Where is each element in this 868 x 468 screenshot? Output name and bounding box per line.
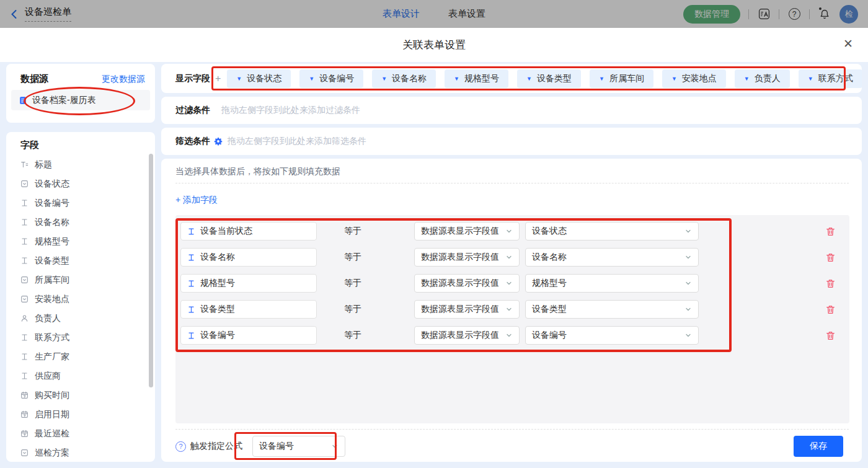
filter-dropzone-placeholder[interactable]: 拖动左侧字段到此处来添加过滤条件 — [221, 105, 360, 116]
rule-value-select[interactable]: 规格型号 — [525, 274, 699, 293]
delete-rule-button[interactable] — [825, 330, 836, 341]
rule-target-field[interactable]: 设备编号 — [180, 326, 317, 345]
field-list-item[interactable]: 购买时间 — [6, 386, 155, 405]
filter-conditions-panel: 过滤条件 拖动左侧字段到此处来添加过滤条件 — [161, 97, 862, 124]
field-list-item-label: 设备名称 — [35, 217, 69, 228]
rule-target-field[interactable]: 设备当前状态 — [180, 222, 317, 241]
delete-rule-button[interactable] — [825, 278, 836, 289]
rule-source-select[interactable]: 数据源表显示字段值 — [414, 248, 520, 267]
rule-source-select-value: 数据源表显示字段值 — [421, 252, 499, 263]
delete-rule-button[interactable] — [825, 226, 836, 237]
rule-target-field[interactable]: 设备类型 — [180, 300, 317, 319]
rule-target-field[interactable]: 设备名称 — [180, 248, 317, 267]
field-list-item[interactable]: 设备名称 — [6, 213, 155, 232]
language-icon[interactable] — [757, 7, 771, 21]
rule-source-select-value: 数据源表显示字段值 — [421, 304, 499, 315]
close-icon[interactable]: ✕ — [843, 38, 853, 50]
field-list-item-label: 购买时间 — [35, 390, 69, 401]
display-field-chip[interactable]: ▼ 设备编号 — [299, 69, 363, 88]
field-list-item-label: 安装地点 — [35, 294, 69, 305]
change-datasource-link[interactable]: 更改数据源 — [102, 74, 145, 85]
equals-label: 等于 — [344, 226, 381, 237]
add-display-field-button[interactable]: + — [215, 73, 221, 84]
rule-value-select-value: 设备名称 — [532, 252, 567, 263]
text-input-icon — [20, 237, 29, 245]
field-list-item[interactable]: 生产厂家 — [6, 347, 155, 366]
chevron-down-icon — [505, 254, 513, 261]
select-icon — [20, 276, 29, 284]
save-button[interactable]: 保存 — [794, 436, 843, 457]
rule-source-select[interactable]: 数据源表显示字段值 — [414, 274, 520, 293]
field-list-item[interactable]: 巡检方案 — [6, 443, 155, 462]
field-list-item[interactable]: 设备类型 — [6, 251, 155, 270]
data-manage-button[interactable]: 数据管理 — [683, 5, 740, 24]
bell-icon[interactable] — [818, 7, 831, 21]
help-icon[interactable]: ? — [787, 7, 801, 21]
field-list-item-label: 生产厂家 — [35, 351, 69, 363]
datasource-selected-label: 设备档案-履历表 — [32, 95, 96, 106]
display-field-chip-label: 设备名称 — [392, 73, 427, 84]
rule-value-select[interactable]: 设备状态 — [525, 222, 699, 241]
topbar-actions: 数据管理 ? 检 — [683, 5, 858, 24]
divider — [779, 9, 779, 19]
display-field-chip-label: 联系方式 — [818, 73, 853, 84]
rule-value-select[interactable]: 设备名称 — [525, 248, 699, 267]
help-circle-icon[interactable]: ? — [175, 441, 186, 452]
display-field-chip[interactable]: ▼ 设备名称 — [372, 69, 436, 88]
chevron-down-icon: ▼ — [671, 76, 677, 82]
field-list-item[interactable]: 规格型号 — [6, 232, 155, 251]
rule-source-select[interactable]: 数据源表显示字段值 — [414, 300, 520, 319]
field-list-item[interactable]: 设备编号 — [6, 193, 155, 213]
rule-value-select[interactable]: 设备类型 — [525, 300, 699, 319]
gear-icon[interactable] — [214, 137, 223, 146]
screening-dropzone-placeholder[interactable]: 拖动左侧字段到此处来添加筛选条件 — [228, 136, 366, 147]
tab-form-design[interactable]: 表单设计 — [383, 8, 420, 20]
field-list-item[interactable]: 安装地点 — [6, 289, 155, 309]
field-list-item[interactable]: 联系方式 — [6, 328, 155, 347]
text-input-icon — [187, 254, 195, 262]
display-field-chip[interactable]: ▼ 联系方式 — [799, 69, 862, 88]
display-field-chip[interactable]: ▼ 设备类型 — [517, 69, 581, 88]
field-list-item[interactable]: 启用日期 — [6, 405, 155, 424]
display-field-chip[interactable]: ▼ 所属车间 — [590, 69, 653, 88]
form-title[interactable]: 设备巡检单 — [25, 6, 71, 22]
chevron-down-icon — [684, 227, 692, 235]
display-field-chip[interactable]: ▼ 负责人 — [735, 69, 790, 88]
rule-target-field[interactable]: 规格型号 — [180, 274, 317, 293]
field-list-item[interactable]: 所属车间 — [6, 270, 155, 289]
field-list-item[interactable]: 最近巡检 — [6, 424, 155, 443]
chevron-down-icon: ▼ — [744, 76, 750, 82]
chevron-down-icon — [505, 332, 513, 339]
field-list-item[interactable]: 供应商 — [6, 366, 155, 386]
fill-rules-panel: 当选择具体数据后，将按如下规则填充数据 + 添加字段 设备当前状态 等于 — [161, 159, 862, 462]
fields-scrollbar[interactable] — [149, 154, 153, 387]
avatar[interactable]: 检 — [839, 5, 858, 24]
display-fields-panel: 显示字段 + ▼ 设备状态 ▼ 设备编号 — [161, 64, 862, 93]
divider — [175, 429, 849, 430]
chevron-down-icon: ▼ — [236, 76, 242, 82]
delete-rule-button[interactable] — [825, 304, 836, 315]
display-field-chip-label: 设备编号 — [319, 73, 354, 84]
field-list-item[interactable]: 设备状态 — [6, 174, 155, 193]
text-input-icon — [20, 199, 29, 207]
back-button[interactable] — [10, 9, 17, 19]
calendar-icon — [20, 410, 29, 418]
rule-value-select[interactable]: 设备编号 — [525, 326, 699, 345]
tab-form-settings[interactable]: 表单设置 — [448, 8, 485, 20]
datasource-selected-item[interactable]: 设备档案-履历表 — [11, 90, 150, 110]
topbar: 设备巡检单 表单设计 表单设置 数据管理 ? — [0, 0, 868, 28]
rule-source-select[interactable]: 数据源表显示字段值 — [414, 222, 520, 241]
display-field-chip[interactable]: ▼ 安装地点 — [662, 69, 726, 88]
display-field-chip[interactable]: ▼ 设备状态 — [227, 69, 291, 88]
field-list-item-label: 标题 — [35, 159, 52, 170]
rule-source-select[interactable]: 数据源表显示字段值 — [414, 326, 520, 345]
display-field-chip-label: 设备状态 — [247, 73, 281, 84]
delete-rule-button[interactable] — [825, 252, 836, 263]
field-list-item[interactable]: 负责人 — [6, 309, 155, 328]
display-field-chip[interactable]: ▼ 规格型号 — [445, 69, 508, 88]
equals-label: 等于 — [344, 330, 381, 341]
add-field-link[interactable]: + 添加字段 — [175, 195, 218, 206]
trigger-formula-select[interactable]: 设备编号 — [252, 436, 345, 457]
fill-rules-hint: 当选择具体数据后，将按如下规则填充数据 — [175, 166, 340, 177]
field-list-item[interactable]: 标题 — [6, 155, 155, 174]
